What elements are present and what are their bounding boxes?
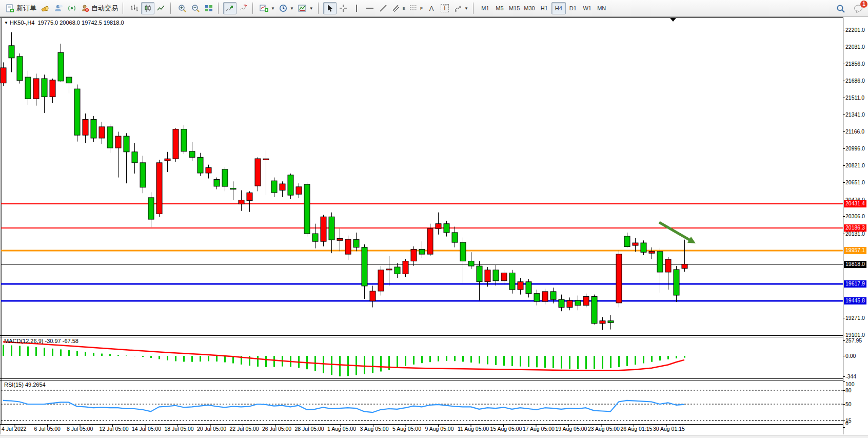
- timeframe-h4-button[interactable]: H4: [551, 2, 566, 14]
- trendline-button[interactable]: [377, 2, 390, 14]
- bar-chart-icon: [130, 4, 139, 12]
- candle-body: [1, 68, 6, 83]
- crosshair-button[interactable]: [337, 2, 350, 14]
- macd-tick--344: -344: [845, 373, 856, 379]
- channel-icon: [392, 4, 401, 12]
- terminal-window: 新订单: [0, 0, 868, 438]
- text-label-button[interactable]: T: [438, 2, 451, 14]
- date-tick-label: 26 Jul 05:00: [262, 426, 291, 432]
- date-tick-label: 9 Aug 05:00: [425, 426, 454, 432]
- candle-body: [575, 300, 581, 306]
- candle-body: [239, 200, 244, 204]
- new-order-button[interactable]: 新订单: [4, 2, 38, 14]
- candle-body: [436, 224, 441, 229]
- candlestick-chart-button[interactable]: [141, 2, 154, 14]
- timeframe-m5-button[interactable]: M5: [492, 2, 507, 14]
- candle-body: [419, 249, 425, 254]
- dropdown-caret: ▼: [464, 6, 468, 11]
- autotrade-button[interactable]: 自动交易: [78, 2, 120, 14]
- fibonacci-icon: [409, 4, 418, 12]
- template-icon: [298, 4, 307, 12]
- horizontal-line-button[interactable]: [363, 2, 377, 14]
- candle-body: [99, 127, 105, 138]
- timeframe-h1-button[interactable]: H1: [537, 2, 551, 14]
- candle-body: [485, 270, 490, 282]
- cursor-button[interactable]: [323, 2, 337, 14]
- label-tool-label: T: [441, 4, 448, 12]
- line-chart-icon: [157, 4, 165, 12]
- candle-body: [140, 163, 146, 187]
- autotrade-label: 自动交易: [91, 4, 118, 13]
- candle-body: [132, 152, 137, 163]
- vertical-line-button[interactable]: [350, 2, 363, 14]
- scroll-group: [222, 0, 251, 17]
- price-line-label-19957.1: 19957.1: [844, 247, 866, 254]
- templates-button[interactable]: ▼: [296, 2, 315, 14]
- chart-collapse-marker[interactable]: ▼: [4, 21, 8, 25]
- arrows-button[interactable]: ▼: [451, 2, 470, 14]
- auto-scroll-button[interactable]: [223, 2, 236, 14]
- community-button[interactable]: [52, 2, 65, 14]
- notifications-button[interactable]: 1: [852, 3, 865, 15]
- line-chart-button[interactable]: [154, 2, 168, 14]
- timeframe-m30-button[interactable]: M30: [522, 2, 537, 14]
- toolbar-separator: [318, 3, 321, 14]
- price-tick-22031: 22031.0: [845, 44, 865, 50]
- candle-body: [288, 175, 293, 195]
- rsi-tick-0: 0: [845, 420, 849, 426]
- price-line-label-19445.8: 19445.8: [844, 297, 866, 304]
- bar-chart-button[interactable]: [128, 2, 141, 14]
- candle-body: [345, 239, 351, 254]
- candle-body: [173, 129, 179, 159]
- candle-body: [460, 242, 466, 261]
- chart-shift-button[interactable]: [236, 2, 250, 14]
- price-line-label-19617.9: 19617.9: [844, 280, 866, 288]
- horizontal-line-icon: [366, 6, 374, 11]
- candle-body: [107, 127, 113, 148]
- horn-icon: [41, 4, 50, 12]
- candle-body: [493, 270, 499, 281]
- broadcast-button[interactable]: [65, 2, 78, 14]
- broadcast-icon: [67, 4, 76, 12]
- chart-canvas[interactable]: [0, 0, 868, 438]
- timeframe-mn-button[interactable]: MN: [595, 2, 609, 14]
- candle-body: [386, 269, 392, 270]
- fibonacci-button[interactable]: F: [407, 2, 425, 14]
- candle-body: [304, 184, 310, 234]
- equidistant-channel-button[interactable]: E: [390, 2, 407, 14]
- candle-body: [222, 169, 228, 186]
- auto-scroll-icon: [226, 4, 234, 12]
- candle-body: [263, 159, 269, 160]
- candle-body: [214, 179, 220, 186]
- vertical-line-icon: [354, 4, 359, 12]
- date-tick-label: 26 Aug 01:15: [621, 426, 653, 432]
- indicators-button[interactable]: ▼: [258, 2, 277, 14]
- horn-button[interactable]: [38, 2, 52, 14]
- date-tick-label: 17 Aug 05:00: [523, 426, 555, 432]
- zoom-in-button[interactable]: [175, 2, 189, 14]
- periods-button[interactable]: ▼: [277, 2, 296, 14]
- candle-body: [370, 291, 376, 301]
- candle-body: [66, 77, 72, 83]
- text-button[interactable]: A: [425, 2, 438, 14]
- price-tick-21686: 21686.0: [845, 78, 865, 84]
- candle-body: [247, 193, 252, 200]
- date-tick-label: 14 Jul 05:00: [132, 426, 161, 432]
- zoom-out-button[interactable]: [189, 2, 202, 14]
- tile-windows-button[interactable]: [202, 2, 215, 14]
- candle-body: [312, 234, 318, 241]
- timeframe-group: M1M5M15M30H1H4D1W1MN: [477, 0, 610, 17]
- timeframe-w1-button[interactable]: W1: [580, 2, 595, 14]
- timeframe-d1-button[interactable]: D1: [566, 2, 580, 14]
- candle-body: [271, 181, 277, 193]
- trade-group: 新订单: [2, 0, 122, 17]
- timeframe-m1-button[interactable]: M1: [478, 2, 492, 14]
- crosshair-icon: [339, 4, 347, 12]
- timeframe-m15-button[interactable]: M15: [507, 2, 522, 14]
- tile-windows-icon: [205, 4, 213, 12]
- drawing-tools-group: E F A T ▼: [322, 0, 472, 17]
- toolbar-separator: [123, 3, 125, 14]
- search-button[interactable]: [834, 3, 847, 15]
- macd-tick-0.00: 0.00: [845, 353, 856, 359]
- candle-body: [362, 247, 367, 286]
